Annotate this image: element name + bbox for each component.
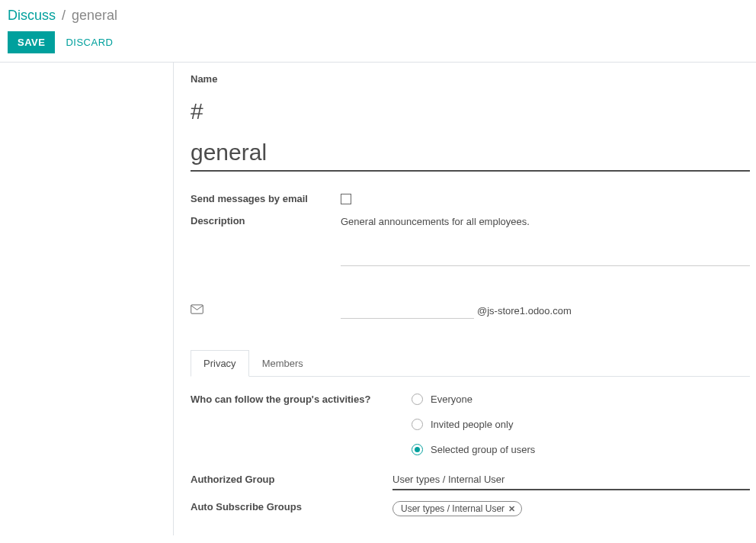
tab-members[interactable]: Members	[249, 350, 316, 377]
svg-rect-0	[191, 305, 203, 313]
authorized-group-label: Authorized Group	[191, 474, 275, 485]
channel-hash: #	[191, 98, 750, 124]
name-input[interactable]	[191, 138, 750, 172]
discard-button[interactable]: DISCARD	[66, 31, 113, 53]
radio-circle-icon	[412, 394, 423, 405]
action-bar: SAVE DISCARD	[8, 31, 748, 62]
breadcrumb: Discuss / general	[8, 8, 748, 24]
breadcrumb-separator: /	[62, 8, 66, 24]
save-button[interactable]: SAVE	[8, 31, 55, 53]
radio-label: Everyone	[431, 394, 472, 405]
email-domain: @js-store1.odoo.com	[477, 305, 572, 316]
follow-activities-label: Who can follow the group's activities?	[191, 394, 370, 405]
privacy-radio-group: Everyone Invited people only Selected gr…	[412, 394, 535, 455]
radio-selected-group[interactable]: Selected group of users	[412, 444, 535, 455]
radio-invited[interactable]: Invited people only	[412, 419, 535, 430]
auto-subscribe-tags[interactable]: User types / Internal User ✕	[392, 501, 750, 516]
breadcrumb-current: general	[72, 8, 117, 24]
send-email-checkbox[interactable]	[341, 194, 351, 204]
tabs: Privacy Members	[191, 349, 750, 377]
radio-circle-icon	[412, 419, 423, 430]
radio-label: Invited people only	[431, 419, 513, 430]
email-icon	[191, 304, 203, 314]
sidebar	[0, 63, 174, 535]
tag-item[interactable]: User types / Internal User ✕	[392, 501, 522, 516]
form-area: Name # Send messages by email Descriptio…	[174, 63, 756, 535]
tag-remove-icon[interactable]: ✕	[508, 504, 515, 514]
radio-circle-icon	[412, 444, 423, 455]
radio-label: Selected group of users	[431, 444, 535, 455]
tab-body-privacy: Who can follow the group's activities? E…	[191, 377, 750, 516]
send-email-label: Send messages by email	[191, 193, 308, 204]
description-input[interactable]	[341, 215, 750, 266]
tag-label: User types / Internal User	[401, 503, 505, 514]
radio-everyone[interactable]: Everyone	[412, 394, 535, 405]
auto-subscribe-label: Auto Subscribe Groups	[191, 501, 302, 512]
tab-privacy[interactable]: Privacy	[191, 350, 249, 377]
description-label: Description	[191, 215, 245, 227]
breadcrumb-root[interactable]: Discuss	[8, 8, 56, 24]
name-label: Name	[191, 73, 750, 85]
email-alias-input[interactable]	[341, 302, 474, 319]
authorized-group-input[interactable]	[392, 474, 750, 490]
